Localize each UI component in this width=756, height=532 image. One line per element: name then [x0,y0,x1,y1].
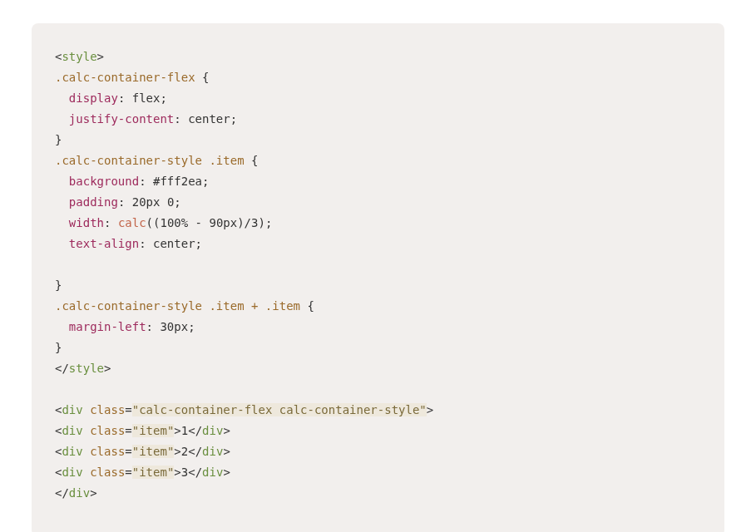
code-token: > [223,424,230,437]
code-token: 3 [181,466,188,479]
code-token: display [69,91,118,105]
code-token: = [125,424,131,437]
code-token: > [174,424,180,437]
code-token: div [62,403,82,416]
code-token: > [104,362,111,375]
code-token: "item" [132,424,175,437]
code-token: ; [160,91,166,105]
code-token: : [146,320,161,333]
code-token: > [97,50,104,63]
code-token: = [125,445,131,458]
code-token: > [223,445,230,458]
code-token: </ [188,424,202,437]
code-token: </ [55,486,69,500]
code-token: = [125,403,131,416]
code-token: 1 [181,424,188,437]
code-token: { [245,154,259,167]
code-token: center [188,112,230,126]
code-token [55,382,62,396]
code-token: } [55,278,62,292]
code-token: div [69,486,90,500]
code-token: .calc-container-style .item [55,154,245,167]
code-token: padding [69,195,118,209]
code-token [55,216,69,229]
code-token: 20px 0 [132,195,175,209]
code-token: ; [174,195,180,209]
code-token: ; [202,175,209,188]
code-token [55,237,69,250]
code-token: center [153,237,195,250]
code-token: div [62,445,82,458]
code-token: flex [132,91,161,105]
code-token: } [55,133,62,146]
code-token: background [69,175,139,188]
code-token [55,320,69,333]
code-token: : [174,112,188,126]
code-token: </ [188,466,202,479]
code-token: > [174,466,180,479]
code-token [83,424,90,437]
code-token: ) [258,216,264,229]
code-token: class [90,424,125,437]
code-block: <style> .calc-container-flex { display: … [32,23,724,532]
code-token: 100% - 90px [160,216,237,229]
code-token: #fff2ea [153,175,202,188]
code-token: )/ [237,216,251,229]
code-token: : [139,237,153,250]
code-token: > [223,466,230,479]
code-token: div [202,424,223,437]
code-token: ; [230,112,237,126]
code-token: } [55,341,62,354]
code-token: "item" [132,445,175,458]
code-token: { [195,71,210,84]
code-token: div [62,424,82,437]
code-token [83,403,90,416]
code-token: </ [188,445,202,458]
code-token: margin-left [69,320,146,333]
code-token: style [62,50,96,63]
code-content: <style> .calc-container-flex { display: … [55,50,433,500]
code-token: : [104,216,118,229]
code-token: .calc-container-flex [55,71,195,84]
code-token: class [90,466,125,479]
code-token: : [139,175,153,188]
code-token: .calc-container-style .item + .item [55,299,300,313]
code-token: ; [195,237,202,250]
code-token: class [90,403,125,416]
code-token: div [202,445,223,458]
code-token: calc [118,216,146,229]
code-token [83,445,90,458]
code-token: </ [55,362,69,375]
code-token: (( [146,216,161,229]
code-token [55,195,69,209]
code-token [83,466,90,479]
code-token: width [69,216,104,229]
code-token: ; [188,320,195,333]
code-token: "item" [132,466,175,479]
code-token: "calc-container-flex calc-container-styl… [132,403,427,416]
code-token: : [118,195,132,209]
code-token: > [174,445,180,458]
code-token: div [202,466,223,479]
code-token: 2 [181,445,188,458]
code-token: = [125,466,131,479]
code-token: { [300,299,314,313]
code-token: : [118,91,132,105]
code-token [55,258,62,271]
code-token: justify-content [69,112,174,126]
code-token: ; [265,216,272,229]
code-token: > [90,486,96,500]
code-token: 30px [160,320,188,333]
code-token [55,112,69,126]
code-token: style [69,362,104,375]
code-token: class [90,445,125,458]
code-token [55,91,69,105]
code-token [55,175,69,188]
code-token: text-align [69,237,139,250]
code-token: div [62,466,82,479]
code-token: > [427,403,433,416]
